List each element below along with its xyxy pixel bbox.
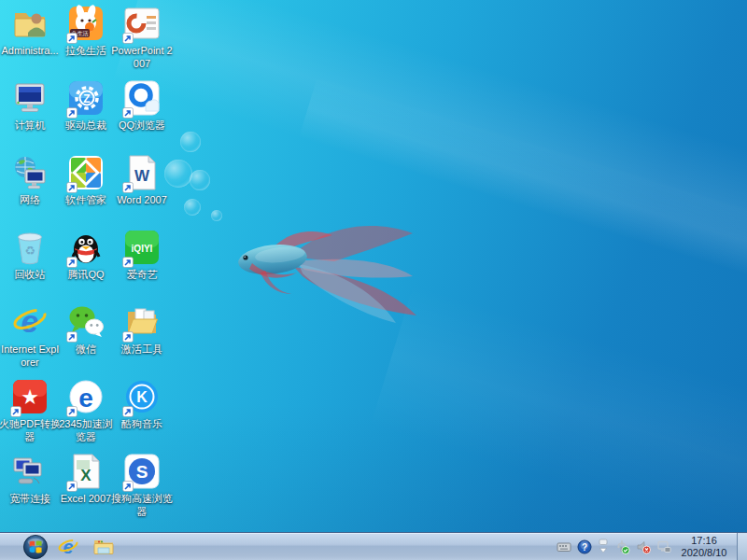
desktop-icon-label: 激活工具 <box>111 343 173 356</box>
internet-explorer-icon: e <box>57 536 79 558</box>
shortcut-arrow-overlay <box>66 404 78 415</box>
desktop-icon-latu-life[interactable]: 兔生活 拉兔生活 <box>58 4 114 78</box>
desktop-icon-tencent-qq[interactable]: 腾讯QQ <box>58 228 114 302</box>
svg-text:K: K <box>136 389 148 405</box>
svg-text:W: W <box>134 167 150 185</box>
rabbit-life-icon: 兔生活 <box>66 4 106 43</box>
betta-fish-wallpaper <box>224 205 422 336</box>
computer-icon <box>10 78 49 118</box>
kugou-music-icon: K <box>122 377 162 416</box>
bubble <box>190 170 210 190</box>
desktop-icon-label: QQ浏览器 <box>111 119 173 132</box>
shortcut-arrow-overlay <box>122 180 134 191</box>
desktop-icon-label: 宽带连接 <box>0 492 61 505</box>
desktop-icon-label: Word 2007 <box>111 193 173 206</box>
broadband-icon <box>10 452 49 491</box>
qq-browser-icon <box>122 78 162 118</box>
desktop-icon-administrator[interactable]: Administra... <box>2 4 58 78</box>
user-folder-icon <box>10 4 49 43</box>
browser-2345-icon: e <box>66 377 106 416</box>
driver-ceo-icon: Z <box>66 78 106 118</box>
desktop-icon-label: 网络 <box>0 193 61 206</box>
help-icon[interactable]: ? <box>576 539 592 554</box>
desktop-icon-broadband[interactable]: 宽带连接 <box>2 452 58 526</box>
shortcut-arrow-overlay <box>122 255 134 266</box>
desktop-icon-label: 火驰PDF转换器 <box>0 417 61 443</box>
volume-muted-icon[interactable] <box>635 539 651 554</box>
desktop-icon-network[interactable]: 网络 <box>2 153 58 228</box>
desktop-icon-sogou-browser[interactable]: S 搜狗高速浏览器 <box>114 452 170 526</box>
desktop-icon-label: 驱动总裁 <box>55 119 117 132</box>
desktop-icon-label: 腾讯QQ <box>55 268 117 281</box>
shortcut-arrow-overlay <box>66 329 78 341</box>
show-desktop-button[interactable] <box>737 533 747 560</box>
desktop-icon-kugou-music[interactable]: K 酷狗音乐 <box>114 377 170 452</box>
internet-explorer-icon: e <box>10 302 49 342</box>
system-tray: ? <box>556 533 747 560</box>
start-button[interactable] <box>21 533 50 560</box>
desktop-icon-internet-explorer[interactable]: e Internet Explorer <box>2 302 58 377</box>
light-beam <box>113 0 747 409</box>
windows-logo-icon <box>22 534 49 560</box>
svg-text:iQIYI: iQIYI <box>132 244 153 254</box>
shortcut-arrow-overlay <box>10 404 21 415</box>
pdf-converter-icon: ★ <box>10 377 49 416</box>
desktop-icon-pdf-converter[interactable]: ★ 火驰PDF转换器 <box>2 377 58 452</box>
input-keyboard-icon[interactable] <box>556 539 571 554</box>
tencent-qq-icon <box>66 228 106 267</box>
desktop-icon-excel[interactable]: X Excel 2007 <box>58 452 114 526</box>
svg-text:?: ? <box>581 541 586 552</box>
desktop-icon-label: 微信 <box>55 343 117 356</box>
powerpoint-icon <box>122 4 162 43</box>
activation-tools-icon <box>122 302 162 342</box>
desktop-icon-label: Administra... <box>0 44 61 57</box>
desktop-icon-powerpoint[interactable]: PowerPoint 2007 <box>114 4 170 78</box>
desktop-icon-label: 搜狗高速浏览器 <box>111 492 173 518</box>
taskbar-ie-button[interactable]: e <box>50 534 86 560</box>
network-icon <box>10 153 49 192</box>
desktop-icon-word[interactable]: W Word 2007 <box>114 153 170 228</box>
desktop-icon-driver-ceo[interactable]: Z 驱动总裁 <box>58 78 114 153</box>
excel-icon: X <box>66 452 106 491</box>
desktop-icon-qq-browser[interactable]: QQ浏览器 <box>114 78 170 153</box>
desktop-icon-grid: Administra... 兔生活 <box>2 4 170 526</box>
taskbar-explorer-button[interactable] <box>86 534 121 560</box>
desktop-icon-computer[interactable]: 计算机 <box>2 78 58 153</box>
iqiyi-icon: iQIYI <box>122 228 162 267</box>
desktop-icon-label: 软件管家 <box>55 193 117 206</box>
sogou-browser-icon: S <box>122 452 162 491</box>
recycle-bin-icon: ♻ <box>10 228 49 267</box>
bubble <box>184 199 201 216</box>
shortcut-arrow-overlay <box>122 479 134 490</box>
shortcut-arrow-overlay <box>66 105 78 117</box>
desktop-icon-iqiyi[interactable]: iQIYI 爱奇艺 <box>114 228 170 302</box>
shortcut-arrow-overlay <box>66 479 78 490</box>
desktop-icon-label: 爱奇艺 <box>111 268 173 281</box>
network-status-icon[interactable] <box>655 539 671 554</box>
desktop-icon-recycle-bin[interactable]: ♻ 回收站 <box>2 228 58 302</box>
desktop: Administra... 兔生活 <box>0 0 747 560</box>
bubble <box>180 132 201 152</box>
shortcut-arrow-overlay <box>66 31 78 42</box>
shortcut-arrow-overlay <box>122 329 134 341</box>
desktop-icon-label: Internet Explorer <box>0 343 61 369</box>
word-icon: W <box>122 153 162 192</box>
desktop-icon-label: 酷狗音乐 <box>111 417 173 430</box>
svg-text:♻: ♻ <box>24 244 35 258</box>
desktop-icon-wechat[interactable]: 微信 <box>58 302 114 377</box>
taskbar-clock[interactable]: 17:16 2020/8/10 <box>676 535 732 559</box>
desktop-icon-label: 2345加速浏览器 <box>55 417 117 443</box>
desktop-icon-label: Excel 2007 <box>55 492 117 505</box>
shortcut-arrow-overlay <box>122 404 134 415</box>
svg-text:Z: Z <box>83 92 90 105</box>
desktop-icon-label: 回收站 <box>0 268 61 281</box>
desktop-icon-activation-tools[interactable]: 激活工具 <box>114 302 170 377</box>
show-hidden-icons-button[interactable] <box>597 536 610 558</box>
desktop-icon-label: PowerPoint 2007 <box>111 44 173 70</box>
safely-remove-hardware-icon[interactable] <box>614 539 630 554</box>
wechat-icon <box>66 302 106 342</box>
light-beam <box>371 283 747 560</box>
svg-text:e: e <box>78 384 93 413</box>
desktop-icon-software-manager[interactable]: 软件管家 <box>58 153 114 228</box>
desktop-icon-2345-browser[interactable]: e 2345加速浏览器 <box>58 377 114 452</box>
